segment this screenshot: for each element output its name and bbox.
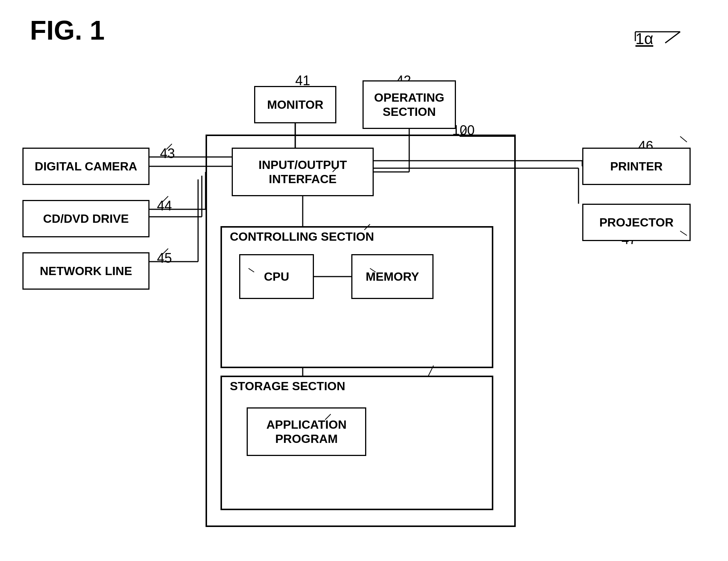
cpu-box: CPU: [239, 254, 314, 299]
network-line-box: NETWORK LINE: [22, 252, 149, 290]
ref-43: 43: [160, 146, 175, 161]
figure-title: FIG. 1: [30, 15, 105, 46]
projector-box: PROJECTOR: [582, 204, 691, 241]
monitor-box: MONITOR: [254, 86, 336, 123]
cd-dvd-drive-box: CD/DVD DRIVE: [22, 200, 149, 237]
storage-section-label: STORAGE SECTION: [230, 379, 345, 393]
ref-44: 44: [157, 198, 172, 214]
main-ref-label: 1α: [635, 30, 653, 48]
application-program-box: APPLICATION PROGRAM: [247, 407, 366, 456]
svg-line-24: [680, 136, 687, 142]
svg-line-18: [665, 32, 680, 43]
input-output-box: INPUT/OUTPUT INTERFACE: [232, 148, 374, 196]
digital-camera-box: DIGITAL CAMERA: [22, 148, 149, 185]
ref-45: 45: [157, 250, 172, 266]
controlling-section-label: CONTROLLING SECTION: [230, 230, 374, 244]
printer-box: PRINTER: [582, 148, 691, 185]
memory-box: MEMORY: [351, 254, 434, 299]
operating-section-box: OPERATING SECTION: [363, 80, 456, 129]
